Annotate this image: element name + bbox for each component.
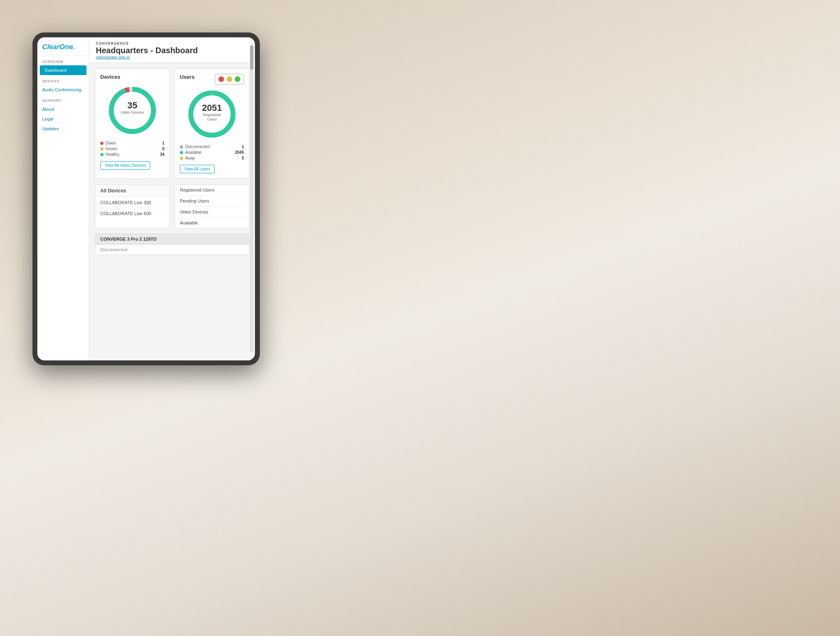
sidebar-item-updates[interactable]: Updates bbox=[37, 124, 89, 134]
legend-healthy-label: Healthy bbox=[106, 152, 119, 157]
legend-available: Available 2045 bbox=[180, 150, 244, 155]
legend-healthy-count: 34 bbox=[160, 152, 164, 157]
sidebar-item-about[interactable]: About bbox=[37, 104, 89, 114]
legend-down-count: 1 bbox=[162, 141, 164, 145]
app-header: CONVERGENCE Headquarters - Dashboard Adm… bbox=[89, 37, 249, 63]
legend-away: Away 5 bbox=[180, 156, 244, 160]
list-item-video-devices[interactable]: Video Devices bbox=[175, 207, 249, 218]
devices-donut-container: 35 Video Devices bbox=[100, 84, 164, 137]
nav-section-support: SUPPORT bbox=[37, 95, 89, 104]
legend-available-count: 2045 bbox=[235, 150, 244, 155]
dot-healthy bbox=[100, 153, 104, 156]
legend-available-label: Available bbox=[185, 150, 201, 155]
devices-widget: Devices 35 bbox=[95, 69, 170, 179]
all-devices-card: All Devices COLLABORATE Live 300 COLLABO… bbox=[95, 184, 170, 229]
tablet: ClearOne. OVERVIEW Dashboard DEVICES Aud… bbox=[32, 32, 260, 365]
legend-down-label: Down bbox=[106, 141, 116, 145]
users-list-card: Registered Users Pending Users Video Dev… bbox=[175, 184, 249, 229]
devices-donut-svg: 35 Video Devices bbox=[106, 84, 159, 137]
sidebar: ClearOne. OVERVIEW Dashboard DEVICES Aud… bbox=[37, 37, 89, 360]
legend-down: Down 1 bbox=[100, 141, 164, 145]
sidebar-item-audio-conferencing[interactable]: Audio Conferencing bbox=[37, 85, 89, 95]
list-item-registered-users[interactable]: Registered Users bbox=[175, 185, 249, 196]
traffic-light-green bbox=[235, 76, 240, 82]
view-all-video-devices-button[interactable]: View All Video Devices bbox=[100, 161, 150, 170]
admin-sign-in-link[interactable]: Administrator Sign In bbox=[96, 55, 243, 59]
scrollbar[interactable] bbox=[250, 45, 253, 352]
dot-issues bbox=[100, 147, 104, 151]
dot-disconnected bbox=[180, 145, 183, 149]
dot-available bbox=[180, 151, 183, 154]
bottom-widgets: All Devices COLLABORATE Live 300 COLLABO… bbox=[95, 184, 249, 229]
list-item-available[interactable]: Available bbox=[175, 218, 249, 228]
sidebar-item-legal[interactable]: Legal bbox=[37, 114, 89, 124]
devices-count: 35 bbox=[127, 100, 137, 110]
converge-device-status: Disconnected bbox=[95, 245, 249, 254]
dot-down bbox=[100, 142, 104, 145]
main-content: CONVERGENCE Headquarters - Dashboard Adm… bbox=[89, 37, 255, 360]
traffic-lights bbox=[215, 74, 244, 84]
legend-away-label: Away bbox=[185, 156, 195, 160]
converge-device-title: CONVERGE 3 Pro 2 128TD bbox=[95, 234, 249, 245]
scroll-thumb[interactable] bbox=[250, 45, 253, 70]
app-container: ClearOne. OVERVIEW Dashboard DEVICES Aud… bbox=[37, 37, 255, 360]
converge-device-card: CONVERGE 3 Pro 2 128TD Disconnected bbox=[95, 233, 249, 255]
clearone-logo: ClearOne. bbox=[42, 43, 75, 51]
list-item-pending-users[interactable]: Pending Users bbox=[175, 196, 249, 207]
page-title: Headquarters - Dashboard bbox=[96, 45, 243, 55]
traffic-light-yellow bbox=[227, 76, 232, 82]
top-widgets: Devices 35 bbox=[95, 69, 249, 179]
users-donut-container: 2051 Registered Users bbox=[180, 88, 244, 140]
traffic-light-red bbox=[218, 76, 224, 82]
view-all-users-button[interactable]: View All Users bbox=[180, 165, 215, 173]
users-widget-header: Users bbox=[180, 74, 244, 84]
sidebar-item-dashboard[interactable]: Dashboard bbox=[40, 65, 86, 75]
legend-issues: Issues 0 bbox=[100, 147, 164, 151]
list-item-collaborate-300[interactable]: COLLABORATE Live 300 bbox=[95, 197, 169, 208]
devices-widget-title: Devices bbox=[100, 74, 164, 80]
users-donut-svg: 2051 Registered Users bbox=[186, 88, 238, 140]
list-item-collaborate-600[interactable]: COLLABORATE Live 600 bbox=[95, 208, 169, 219]
convergence-label: CONVERGENCE bbox=[96, 41, 243, 45]
legend-issues-label: Issues bbox=[106, 147, 117, 151]
legend-issues-count: 0 bbox=[162, 147, 164, 151]
legend-healthy: Healthy 34 bbox=[100, 152, 164, 157]
dot-away bbox=[180, 157, 183, 160]
legend-disconnected-count: 1 bbox=[242, 144, 244, 149]
nav-section-overview: OVERVIEW bbox=[37, 56, 89, 65]
nav-section-devices: DEVICES bbox=[37, 75, 89, 85]
users-count: 2051 bbox=[202, 103, 222, 113]
devices-label1: Video Devices bbox=[121, 110, 144, 114]
users-widget: Users bbox=[175, 69, 249, 179]
legend-away-count: 5 bbox=[242, 156, 244, 160]
all-devices-header: All Devices bbox=[95, 185, 169, 197]
users-label1: Registered bbox=[203, 113, 221, 117]
tablet-screen: ClearOne. OVERVIEW Dashboard DEVICES Aud… bbox=[37, 37, 255, 360]
logo-area: ClearOne. bbox=[37, 37, 89, 56]
users-label2: Users bbox=[207, 117, 217, 121]
legend-disconnected: Disconnected 1 bbox=[180, 144, 244, 149]
users-widget-title: Users bbox=[180, 74, 194, 80]
dashboard-body: Devices 35 bbox=[89, 63, 249, 354]
legend-disconnected-label: Disconnected bbox=[185, 144, 210, 149]
